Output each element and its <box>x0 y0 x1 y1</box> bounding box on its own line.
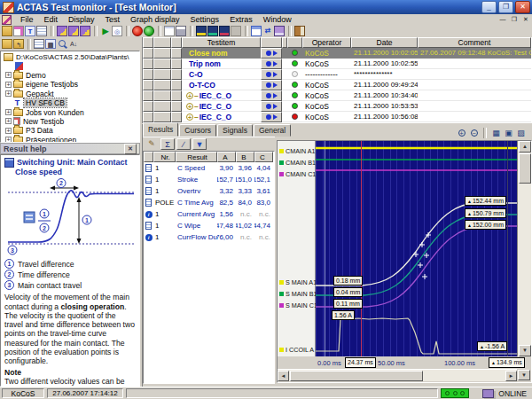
result-row-currflow-dur[interactable]: i 1 CurrFlow Dur 76,00 n.c. n.c. <box>144 231 274 243</box>
replay-icon[interactable] <box>266 82 278 88</box>
signal-plot[interactable]: ▲152.44 mm ▲150.79 mm ▲152.00 mm 0.18 mm… <box>316 141 517 356</box>
col-date[interactable]: Date <box>351 37 418 48</box>
cursor-1-time-box[interactable]: 24.37 ms <box>345 357 376 368</box>
signal-select-icon[interactable]: ▣ <box>503 128 514 139</box>
mdi-child-icon[interactable] <box>2 15 12 25</box>
cursor-2-line[interactable] <box>507 141 508 356</box>
close-help-icon[interactable]: ✕ <box>124 144 137 154</box>
menu-display[interactable]: Display <box>63 15 100 24</box>
table-row-o-t-co[interactable]: O-T-CO KoCoS 21.11.2000 09:49:24 <box>143 80 532 90</box>
sum-icon[interactable]: Σ <box>160 138 175 150</box>
restore-button[interactable]: ❐ <box>498 1 513 13</box>
scroll-down-corner-icon[interactable]: ▼ <box>518 370 530 380</box>
result-row-c-speed[interactable]: 1 C Speed 3,90 3,96 4,04 <box>144 162 274 174</box>
legend-s-main-c1[interactable]: S MAIN C1 <box>278 301 317 309</box>
graph-travel-icon[interactable] <box>196 26 207 36</box>
tree-item-praesentationen[interactable]: + Präsentationen <box>1 136 139 143</box>
start-test-icon[interactable]: ▶ <box>100 26 111 36</box>
test-monitor-icon[interactable]: T <box>25 26 35 36</box>
menu-window[interactable]: Window <box>258 15 297 24</box>
expand-icon[interactable]: + <box>186 103 193 110</box>
result-row-c-wipe[interactable]: 1 C Wipe 47,48 41,02 44,74 <box>144 220 274 231</box>
tree-item-jobs-von-kunden[interactable]: + Jobs von Kunden <box>1 107 139 116</box>
result-row-c-time-avg[interactable]: POLE C Time Avg 82,5 84,0 83,0 <box>144 197 274 208</box>
close-button[interactable]: ✕ <box>515 1 530 13</box>
expand-icon[interactable]: + <box>5 82 12 88</box>
tab-cursors[interactable]: Cursors <box>179 124 216 137</box>
result-row-current-avg[interactable]: i 1 Current Avg 1,56 n.c. n.c. <box>144 208 274 220</box>
minimize-button[interactable]: _ <box>481 1 497 13</box>
table-row-trip-nom[interactable]: Trip nom KoCoS 21.11.2000 10:02:55 <box>143 59 532 69</box>
result-row-overtrv[interactable]: 1 Overtrv 3,32 3,33 3,61 <box>144 185 274 197</box>
graph-vscrollbar[interactable]: ▲ ▼ <box>517 141 531 356</box>
testjob-icon-1[interactable] <box>57 26 67 36</box>
search-icon[interactable] <box>57 39 67 49</box>
menu-settings[interactable]: Settings <box>185 15 225 24</box>
graph-hscrollbar[interactable]: ◄ ► <box>278 369 517 381</box>
table-row-c-o[interactable]: C-O ------------- ************** <box>143 69 532 80</box>
export-down-icon[interactable]: ▼ <box>192 138 207 150</box>
replay-icon[interactable] <box>266 61 278 66</box>
legend-cmain-a1[interactable]: CMAIN A1 <box>278 147 316 155</box>
expand-icon[interactable]: + <box>5 72 12 78</box>
tree-item-demo[interactable]: + Demo <box>1 71 139 80</box>
col-comment[interactable]: Comment <box>418 37 531 48</box>
tab-signals[interactable]: Signals <box>217 124 253 137</box>
col-b[interactable]: B <box>236 152 254 162</box>
scroll-left-icon[interactable]: ◄ <box>278 371 289 381</box>
cursor-2-time-box[interactable]: ▲134.9 ms <box>489 357 525 368</box>
legend-i-ccoil-a[interactable]: I CCOIL A <box>278 346 314 354</box>
exit-app-icon[interactable] <box>294 26 305 36</box>
scroll-down-icon[interactable]: ▼ <box>519 345 531 356</box>
print-icon[interactable] <box>176 26 186 36</box>
mdi-minimize-button[interactable]: — <box>497 15 508 24</box>
cursor-1-line[interactable] <box>361 141 362 356</box>
col-nr[interactable]: Nr. <box>153 152 176 162</box>
tree-item-gepackt[interactable]: + Gepackt <box>1 90 139 98</box>
remote-device-icon[interactable] <box>274 26 285 36</box>
col-testitem[interactable]: Testitem <box>182 37 261 48</box>
up-level-icon[interactable]: ↰ <box>13 39 24 49</box>
tree-item-hv-sf6-cb[interactable]: T HV SF6 CB <box>1 98 139 107</box>
zoom-in-icon[interactable] <box>457 128 468 139</box>
expand-icon[interactable]: + <box>186 92 193 99</box>
legend-cmain-b1[interactable]: CMAIN B1 <box>278 159 316 167</box>
plant-overview-icon[interactable] <box>2 39 12 49</box>
details-view-icon[interactable] <box>34 39 44 49</box>
tree-item-plant-marker[interactable] <box>1 61 139 70</box>
graph-settings-icon[interactable]: ▨ <box>515 128 527 139</box>
form-view-icon[interactable]: ▤ <box>45 39 56 49</box>
mdi-restore-button[interactable]: ❐ <box>509 15 520 24</box>
col-a[interactable]: A <box>217 152 236 162</box>
result-row-stroke[interactable]: 1 Stroke 152,7 151,0 152,1 <box>144 174 274 185</box>
slope-icon[interactable]: ∕ <box>176 138 191 150</box>
tree-item-root[interactable]: D:\KoCoS\ACTAS 2.50\Data\Plants\ <box>1 52 139 61</box>
replay-icon[interactable] <box>266 104 278 109</box>
menu-file[interactable]: File <box>15 15 39 24</box>
col-operator[interactable]: Operator <box>302 37 351 48</box>
testjob-icon-2[interactable] <box>68 26 79 36</box>
transfer-data-icon[interactable]: ⇄ <box>262 26 273 36</box>
hscroll-thumb[interactable] <box>290 371 423 381</box>
edit-pencil-icon[interactable]: ✎ <box>145 138 159 150</box>
col-c[interactable]: C <box>254 152 273 162</box>
menu-graph-display[interactable]: Graph display <box>125 15 185 24</box>
col-result[interactable]: Result <box>176 152 217 162</box>
menu-edit[interactable]: Edit <box>39 15 64 24</box>
testjob-icon-3[interactable] <box>80 26 90 36</box>
menu-extras[interactable]: Extras <box>224 15 258 24</box>
scroll-up-icon[interactable]: ▲ <box>519 141 531 153</box>
scroll-right-icon[interactable]: ► <box>505 371 517 381</box>
table-row-iec-c-o-1[interactable]: +–IEC_C_O KoCoS 21.11.2000 10:34:40 <box>143 90 532 101</box>
replay-icon[interactable] <box>266 51 278 56</box>
legend-cmain-c1[interactable]: CMAIN C1 <box>278 170 316 178</box>
tab-results[interactable]: Results <box>143 122 178 137</box>
table-row-iec-c-o-3[interactable]: +–IEC_C_O KoCoS 21.11.2000 10:56:08 <box>143 112 532 122</box>
online-ball-icon[interactable] <box>144 26 154 36</box>
replay-icon[interactable] <box>266 93 278 98</box>
tree-item-eigene-testjobs[interactable]: + eigene Testjobs <box>1 80 139 89</box>
replay-icon[interactable] <box>266 114 278 120</box>
expand-icon[interactable]: + <box>5 137 12 143</box>
report-icon[interactable] <box>164 26 175 36</box>
mdi-close-button[interactable]: ✕ <box>520 15 531 24</box>
